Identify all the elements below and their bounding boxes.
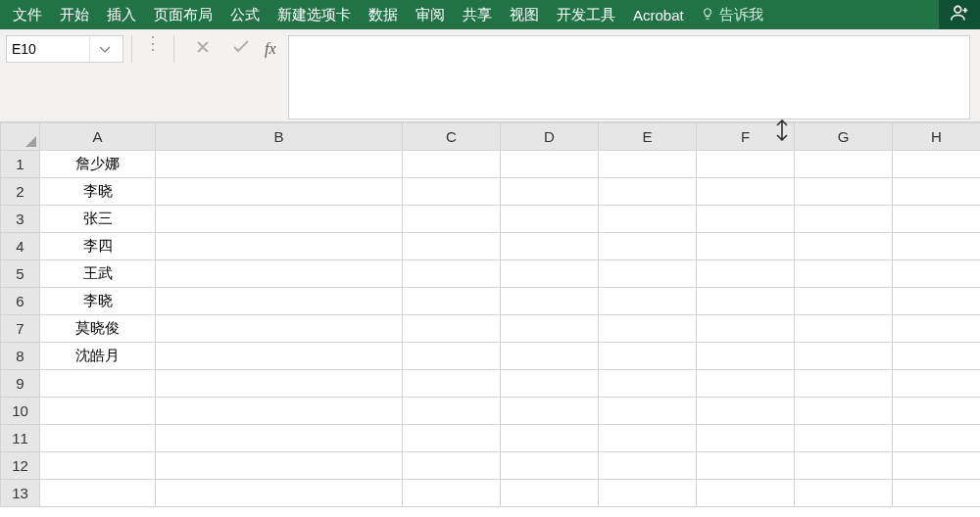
tab-new[interactable]: 新建选项卡	[269, 2, 360, 28]
cell[interactable]	[501, 178, 599, 206]
cell[interactable]	[156, 233, 403, 260]
cell[interactable]	[893, 233, 981, 260]
cell[interactable]	[697, 288, 795, 315]
cell[interactable]	[795, 425, 893, 452]
cell[interactable]	[156, 178, 403, 206]
cell[interactable]	[403, 480, 501, 507]
cell[interactable]	[599, 452, 697, 480]
cell[interactable]	[599, 425, 697, 452]
row-header[interactable]: 8	[1, 343, 40, 370]
cell[interactable]	[599, 178, 697, 206]
col-header-D[interactable]: D	[501, 123, 599, 151]
cell[interactable]	[795, 452, 893, 480]
cell[interactable]	[40, 480, 156, 507]
tab-developer[interactable]: 开发工具	[548, 2, 624, 28]
cell[interactable]	[893, 480, 981, 507]
cell[interactable]	[795, 151, 893, 178]
cell[interactable]: 莫晓俊	[40, 315, 156, 343]
tab-insert[interactable]: 插入	[98, 2, 145, 28]
tab-page-layout[interactable]: 页面布局	[145, 2, 221, 28]
cell[interactable]	[501, 398, 599, 425]
cell[interactable]	[156, 260, 403, 288]
cell[interactable]	[403, 315, 501, 343]
cell[interactable]: 沈皓月	[40, 343, 156, 370]
tab-share[interactable]: 共享	[454, 2, 501, 28]
name-box[interactable]	[6, 35, 123, 63]
cell[interactable]	[599, 260, 697, 288]
cell[interactable]	[795, 343, 893, 370]
cell[interactable]	[697, 233, 795, 260]
col-header-C[interactable]: C	[403, 123, 501, 151]
cell[interactable]	[795, 398, 893, 425]
cell[interactable]	[40, 452, 156, 480]
cell[interactable]	[697, 452, 795, 480]
cell[interactable]	[501, 480, 599, 507]
cell[interactable]	[501, 343, 599, 370]
cell[interactable]	[501, 425, 599, 452]
cell[interactable]	[501, 452, 599, 480]
cell[interactable]	[893, 288, 981, 315]
tab-review[interactable]: 审阅	[407, 2, 454, 28]
row-header[interactable]: 5	[1, 260, 40, 288]
cell[interactable]	[893, 315, 981, 343]
tab-view[interactable]: 视图	[501, 2, 548, 28]
cell[interactable]	[697, 315, 795, 343]
cell[interactable]	[599, 288, 697, 315]
cell[interactable]	[697, 206, 795, 233]
cell[interactable]	[156, 288, 403, 315]
row-header[interactable]: 12	[1, 452, 40, 480]
cell[interactable]	[697, 370, 795, 398]
cell[interactable]	[599, 233, 697, 260]
cell[interactable]	[403, 288, 501, 315]
cell[interactable]	[403, 151, 501, 178]
cell[interactable]	[156, 452, 403, 480]
cell[interactable]	[156, 480, 403, 507]
cell[interactable]	[599, 206, 697, 233]
cell[interactable]	[599, 315, 697, 343]
cell[interactable]	[893, 398, 981, 425]
cell[interactable]	[403, 370, 501, 398]
cell[interactable]	[403, 233, 501, 260]
cell[interactable]	[697, 260, 795, 288]
cell[interactable]	[697, 178, 795, 206]
tab-file[interactable]: 文件	[4, 2, 51, 28]
cell[interactable]	[403, 398, 501, 425]
col-header-A[interactable]: A	[40, 123, 156, 151]
tab-home[interactable]: 开始	[51, 2, 98, 28]
enter-button[interactable]	[223, 35, 259, 63]
cell[interactable]	[156, 343, 403, 370]
cell[interactable]: 张三	[40, 206, 156, 233]
row-header[interactable]: 7	[1, 315, 40, 343]
cell[interactable]	[697, 343, 795, 370]
cell[interactable]	[795, 233, 893, 260]
col-header-G[interactable]: G	[795, 123, 893, 151]
cell[interactable]	[893, 206, 981, 233]
cell[interactable]	[599, 343, 697, 370]
cell[interactable]	[697, 151, 795, 178]
row-header[interactable]: 4	[1, 233, 40, 260]
row-header[interactable]: 9	[1, 370, 40, 398]
cell[interactable]	[599, 151, 697, 178]
cell[interactable]	[795, 288, 893, 315]
col-header-H[interactable]: H	[893, 123, 981, 151]
cancel-button[interactable]	[185, 35, 220, 63]
row-header[interactable]: 1	[1, 151, 40, 178]
cell[interactable]	[156, 370, 403, 398]
cell[interactable]	[893, 260, 981, 288]
select-all-corner[interactable]	[1, 123, 40, 151]
cell[interactable]	[697, 425, 795, 452]
cell[interactable]: 詹少娜	[40, 151, 156, 178]
cell[interactable]	[893, 370, 981, 398]
tab-data[interactable]: 数据	[360, 2, 407, 28]
tab-formulas[interactable]: 公式	[221, 2, 269, 28]
cell[interactable]	[501, 315, 599, 343]
cell[interactable]	[893, 178, 981, 206]
cell[interactable]	[893, 452, 981, 480]
cell[interactable]	[40, 398, 156, 425]
cell[interactable]	[795, 178, 893, 206]
cell[interactable]	[501, 151, 599, 178]
row-header[interactable]: 2	[1, 178, 40, 206]
col-header-B[interactable]: B	[156, 123, 403, 151]
cell[interactable]	[403, 260, 501, 288]
cell[interactable]	[795, 480, 893, 507]
